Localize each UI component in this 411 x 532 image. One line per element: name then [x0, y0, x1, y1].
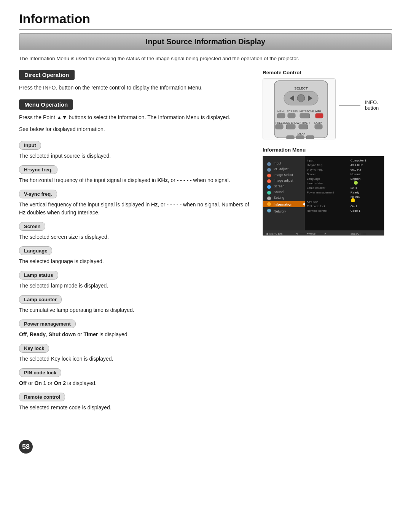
svg-point-46 — [267, 202, 271, 206]
svg-rect-10 — [277, 113, 285, 118]
remote-control-label: Remote Control — [263, 70, 392, 75]
info-item: V-sync freq.The vertical frequency of th… — [19, 190, 251, 217]
svg-text:SELECT -----: SELECT ----- — [350, 232, 366, 235]
info-menu-svg: Input PC adjust Image select Image adjus… — [263, 156, 384, 236]
svg-text:KEYSTONE: KEYSTONE — [299, 110, 314, 113]
svg-rect-23 — [287, 136, 294, 139]
svg-text:Remote control: Remote control — [307, 209, 327, 212]
info-items: InputThe selected input source is displa… — [19, 141, 251, 412]
info-item-label: Key lock — [19, 344, 49, 353]
svg-rect-25 — [306, 136, 314, 139]
svg-text:IMAGE: IMAGE — [297, 133, 306, 136]
info-item: Lamp counterThe cumulative lamp operatin… — [19, 295, 251, 314]
svg-text:Language: Language — [307, 177, 320, 181]
menu-operation-section: Menu Operation Press the Point ▲▼ button… — [19, 99, 251, 133]
intro-text: The Information Menu is used for checkin… — [19, 56, 392, 61]
menu-operation-text2: See below for displayed information. — [19, 125, 251, 133]
info-item: H-sync freq.The horizontal frequency of … — [19, 165, 251, 184]
info-item-label: V-sync freq. — [19, 190, 57, 198]
section-header: Input Source Information Display — [19, 33, 392, 50]
svg-text:Screen: Screen — [307, 173, 316, 176]
info-item-desc: The selected lamp mode is displayed. — [19, 282, 251, 290]
svg-rect-11 — [288, 113, 295, 118]
info-item-desc: Off, Ready, Shut down or Timer is displa… — [19, 331, 251, 339]
svg-text:Code 1: Code 1 — [350, 209, 360, 212]
page-number: 58 — [19, 440, 33, 454]
svg-point-41 — [267, 174, 271, 177]
page-number-container: 58 — [19, 428, 392, 454]
info-item: PIN code lockOff or On 1 or On 2 is disp… — [19, 368, 251, 387]
svg-text:▣ MENU Exit: ▣ MENU Exit — [266, 232, 282, 235]
svg-text:V-sync freq.: V-sync freq. — [307, 168, 323, 171]
svg-text:FREEZE: FREEZE — [276, 121, 286, 124]
info-item-desc: The selected remote code is displayed. — [19, 404, 251, 412]
svg-text:PC adjust: PC adjust — [274, 167, 289, 171]
svg-text:Power management: Power management — [307, 191, 334, 194]
svg-rect-67 — [351, 199, 355, 202]
remote-svg: SELECT MENU SCREEN KEYSTONE INFO. — [263, 79, 336, 139]
info-item-desc: Off or On 1 or On 2 is displayed. — [19, 379, 251, 387]
svg-text:SCREEN: SCREEN — [287, 110, 298, 113]
info-item: Remote controlThe selected remote code i… — [19, 393, 251, 412]
svg-point-43 — [267, 185, 271, 189]
svg-text:H-sync freq.: H-sync freq. — [307, 163, 323, 167]
menu-operation-text1: Press the Point ▲▼ buttons to select the… — [19, 113, 251, 121]
info-item-label: Lamp status — [19, 271, 58, 280]
svg-text:Setting: Setting — [274, 196, 284, 200]
svg-text:Input: Input — [307, 159, 314, 162]
direct-operation-section: Direct Operation Press the INFO. button … — [19, 70, 251, 92]
info-item-label: PIN code lock — [19, 368, 61, 377]
svg-text:P-TIMER: P-TIMER — [299, 121, 310, 124]
svg-text:NO SHOW: NO SHOW — [286, 121, 299, 124]
svg-text:Sound: Sound — [274, 190, 284, 194]
info-item-desc: The horizontal frequency of the input si… — [19, 176, 251, 184]
info-item-label: Lamp counter — [19, 295, 62, 304]
direct-operation-text: Press the INFO. button on the remote con… — [19, 84, 251, 92]
svg-text:Normal: Normal — [350, 173, 360, 176]
svg-text:Input: Input — [274, 161, 282, 165]
svg-text:Key lock: Key lock — [307, 200, 319, 203]
svg-text:Network: Network — [274, 209, 287, 213]
svg-text:32  H: 32 H — [350, 186, 357, 190]
svg-point-60 — [354, 181, 358, 185]
info-item: Power managementOff, Ready, Shut down or… — [19, 320, 251, 339]
svg-point-39 — [267, 162, 271, 166]
info-item-label: Language — [19, 246, 52, 255]
info-item-label: Input — [19, 141, 41, 150]
info-menu-image: Input PC adjust Image select Image adjus… — [263, 156, 384, 236]
svg-point-40 — [267, 168, 271, 172]
info-item-desc: The vertical frequency of the input sign… — [19, 201, 251, 217]
svg-text:Information: Information — [274, 203, 293, 206]
svg-rect-19 — [286, 125, 295, 129]
info-item-desc: The selected language is displayed. — [19, 257, 251, 265]
info-item: InputThe selected input source is displa… — [19, 141, 251, 160]
svg-text:English: English — [350, 177, 360, 181]
svg-text:Computer 1: Computer 1 — [350, 159, 366, 162]
svg-rect-18 — [276, 125, 283, 129]
svg-rect-13 — [315, 113, 323, 118]
svg-text:Image adjust: Image adjust — [274, 179, 293, 182]
svg-text:SELECT: SELECT — [294, 86, 308, 90]
svg-rect-24 — [296, 136, 304, 139]
info-button-label: INFO. button — [365, 99, 392, 111]
info-menu-label: Information Menu — [263, 147, 392, 153]
svg-text:On 1: On 1 — [350, 204, 357, 208]
svg-point-45 — [267, 197, 271, 200]
info-item-label: Remote control — [19, 393, 65, 401]
svg-text:Lamp status: Lamp status — [307, 182, 323, 185]
info-item-label: Power management — [19, 320, 76, 328]
remote-control-image: SELECT MENU SCREEN KEYSTONE INFO. — [263, 78, 336, 139]
svg-text:Screen: Screen — [274, 184, 285, 188]
svg-rect-12 — [300, 113, 310, 118]
page-title: Information — [19, 11, 392, 30]
svg-text:Lamp counter: Lamp counter — [307, 186, 325, 190]
left-column: Direct Operation Press the INFO. button … — [19, 70, 251, 417]
svg-text:Image select: Image select — [274, 173, 293, 177]
info-item-label: H-sync freq. — [19, 165, 57, 174]
info-item: LanguageThe selected language is display… — [19, 246, 251, 265]
info-item-desc: The selected input source is displayed. — [19, 152, 251, 160]
svg-text:◄——— ✦Move ———►: ◄——— ✦Move ———► — [295, 232, 327, 235]
info-item: Key lockThe selected Key lock icon is di… — [19, 344, 251, 363]
main-content: Direct Operation Press the INFO. button … — [19, 70, 392, 417]
svg-text:PIN code lock: PIN code lock — [307, 204, 326, 208]
